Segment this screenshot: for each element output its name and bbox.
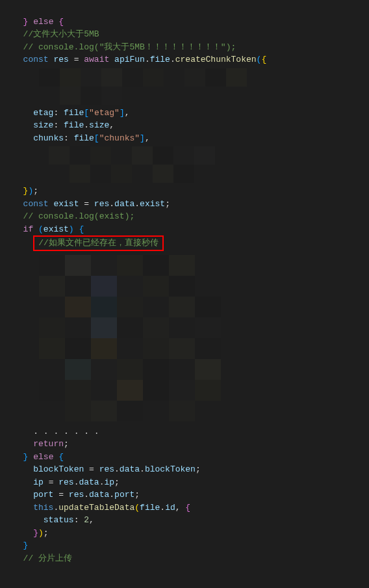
prop-data: data — [120, 464, 140, 474]
comment: // console.log("我大于5MB！！！！！！！！！"); — [23, 42, 236, 52]
keyword-if: if — [23, 224, 34, 234]
code-line: const res = await apiFun.file.createChun… — [0, 53, 369, 66]
prop-size: size — [89, 120, 109, 130]
code-line: // console.log("我大于5MB！！！！！！！！！"); — [0, 41, 369, 54]
var-file: file — [64, 108, 84, 118]
prop-id: id — [165, 503, 175, 513]
var-blockToken: blockToken — [33, 464, 84, 474]
prop-data: data — [89, 490, 109, 500]
prop-port: port — [114, 490, 134, 500]
brace-open: { — [58, 17, 64, 27]
code-line: . . . . . . . — [0, 425, 369, 438]
keyword-const: const — [23, 55, 49, 64]
var-file: file — [64, 120, 84, 130]
prop-size: size — [33, 120, 53, 130]
var-res: res — [58, 477, 73, 487]
str-etag: "etag" — [89, 108, 120, 118]
code-line: //文件大小大于5MB — [0, 28, 369, 41]
keyword-const: const — [23, 199, 49, 209]
var-exist: exist — [44, 224, 69, 234]
obscured-region — [0, 251, 369, 425]
code-line: }); — [0, 527, 369, 540]
code-line: } else { — [0, 3, 369, 28]
num-2: 2 — [84, 515, 89, 525]
prop-file: file — [150, 55, 170, 64]
prop-ip: ip — [104, 477, 114, 487]
code-line: //如果文件已经存在，直接秒传 — [0, 235, 369, 251]
func-updateTableData: updateTableData — [58, 503, 134, 513]
comment: // console.log(exist); — [23, 211, 135, 221]
code-line: port = res.data.port; — [0, 488, 369, 501]
code-line: etag: file["etag"], — [0, 107, 369, 120]
prop-exist: exist — [140, 199, 165, 209]
var-res: res — [99, 464, 114, 474]
prop-data: data — [114, 199, 134, 209]
highlighted-comment: //如果文件已经存在，直接秒传 — [33, 235, 164, 251]
code-line: if (exist) { — [0, 223, 369, 236]
prop-status: status — [44, 515, 74, 525]
code-line: // 分片上传 — [0, 552, 369, 565]
var-file: file — [74, 133, 94, 143]
var-res: res — [53, 55, 68, 64]
code-line: }); — [0, 185, 369, 198]
var-res: res — [69, 490, 84, 500]
comment: //文件大小大于5MB — [23, 29, 99, 39]
code-line: } else { — [0, 451, 369, 464]
obj-apiFun: apiFun — [114, 55, 145, 64]
prop-etag: etag — [33, 108, 53, 118]
obscured-region — [0, 66, 369, 107]
prop-blockToken: blockToken — [145, 464, 196, 474]
code-line: size: file.size, — [0, 119, 369, 132]
keyword-return: return — [33, 439, 64, 449]
code-line: blockToken = res.data.blockToken; — [0, 463, 369, 476]
code-line: // console.log(exist); — [0, 210, 369, 223]
keyword-await: await — [84, 55, 109, 64]
code-line: ip = res.data.ip; — [0, 476, 369, 489]
var-ip: ip — [33, 477, 44, 487]
keyword-else: else — [33, 17, 53, 27]
var-exist: exist — [53, 199, 79, 209]
comment: // 分片上传 — [23, 554, 72, 563]
keyword-else: else — [33, 452, 53, 462]
code-line: status: 2, — [0, 514, 369, 527]
prop-data: data — [79, 477, 99, 487]
obscured-region — [0, 144, 369, 185]
brace-close: } — [23, 17, 29, 27]
str-chunks: "chunks" — [99, 133, 140, 143]
code-line: chunks: file["chunks"], — [0, 132, 369, 145]
comment: //如果文件已经存在，直接秒传 — [38, 238, 159, 248]
prop-chunks: chunks — [33, 133, 64, 143]
code-line: const exist = res.data.exist; — [0, 198, 369, 211]
var-file: file — [140, 503, 160, 513]
code-line: } — [0, 539, 369, 552]
keyword-this: this — [33, 503, 53, 513]
var-port: port — [33, 490, 53, 500]
func-createChunkToken: createChunkToken — [175, 55, 257, 64]
var-res: res — [94, 199, 109, 209]
code-line: this.updateTableData(file.id, { — [0, 501, 369, 514]
code-line: return; — [0, 438, 369, 451]
